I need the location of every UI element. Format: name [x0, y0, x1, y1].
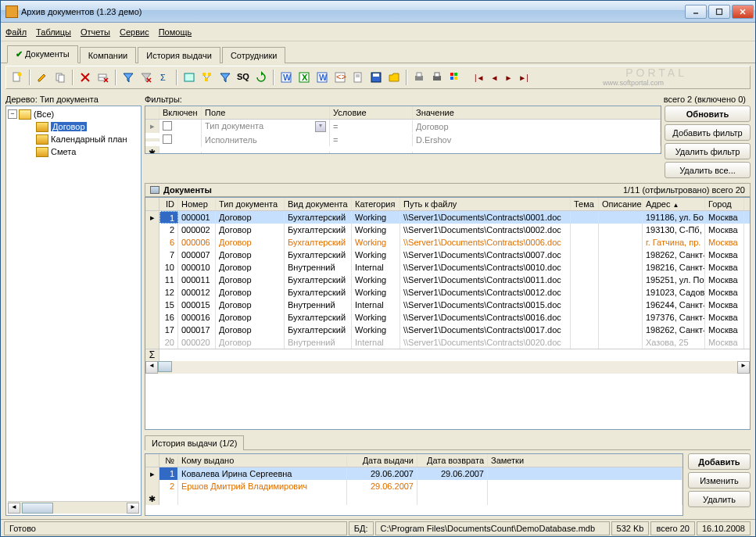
- table-row[interactable]: 15000015ДоговорВнутреннийInternal\\Serve…: [145, 299, 750, 311]
- doc-icon[interactable]: [350, 70, 366, 85]
- table-row[interactable]: 11000011ДоговорБухгалтерскийWorking\\Ser…: [145, 274, 750, 286]
- col-number[interactable]: Номер: [178, 198, 216, 210]
- filter-row[interactable]: Исполнитель = D.Ershov: [145, 133, 661, 146]
- col-address[interactable]: Адрес ▲: [643, 198, 705, 210]
- delete-all-button[interactable]: Удалить все...: [665, 162, 751, 178]
- print2-icon[interactable]: [429, 70, 445, 85]
- table-row[interactable]: 7000007ДоговорБухгалтерскийWorking\\Serv…: [145, 249, 750, 261]
- hcol-n[interactable]: №: [159, 454, 178, 467]
- tab-documents[interactable]: ✔Документы: [7, 45, 78, 63]
- history-edit-button[interactable]: Изменить: [688, 472, 751, 489]
- filter-row-new[interactable]: ✱: [145, 146, 661, 154]
- hcol-notes[interactable]: Заметки: [488, 454, 683, 467]
- titlebar: Архив документов (1.23 демо): [1, 1, 755, 23]
- hcol-returned[interactable]: Дата возврата: [417, 454, 488, 467]
- view-icon[interactable]: [181, 70, 197, 85]
- history-row[interactable]: 2Ершов Дмитрий Владимирович29.06.2007: [145, 480, 683, 492]
- table-row[interactable]: ▸1000001ДоговорБухгалтерскийWorking\\Ser…: [145, 211, 750, 224]
- new-icon[interactable]: [9, 70, 25, 85]
- table-row[interactable]: 6000006ДоговорБухгалтерскийWorking\\Serv…: [145, 236, 750, 249]
- nav-next-icon[interactable]: ►: [504, 73, 512, 82]
- menu-file[interactable]: Файл: [5, 27, 27, 37]
- filter-col-enabled[interactable]: Включен: [159, 106, 202, 119]
- menu-service[interactable]: Сервис: [120, 27, 149, 37]
- grid-footer: Σ: [145, 349, 750, 361]
- history-grid[interactable]: № Кому выдано Дата выдачи Дата возврата …: [145, 453, 683, 516]
- col-desc[interactable]: Описание: [599, 198, 643, 210]
- tree-root[interactable]: − (Все): [8, 108, 139, 120]
- col-path[interactable]: Путь к файлу: [400, 198, 571, 210]
- tab-employees[interactable]: Сотрудники: [222, 47, 286, 63]
- tree-hscroll[interactable]: ◄ ►: [8, 501, 139, 514]
- edit-icon[interactable]: [34, 70, 50, 85]
- history-delete-button[interactable]: Удалить: [688, 491, 751, 507]
- filter-col-cond[interactable]: Условие: [330, 106, 413, 119]
- col-kind[interactable]: Вид документа: [285, 198, 352, 210]
- filter-row[interactable]: ▸ Тип документа▾ = Договор: [145, 120, 661, 133]
- sigma-icon[interactable]: Σ: [156, 70, 172, 85]
- table-row[interactable]: 12000012ДоговорБухгалтерскийWorking\\Ser…: [145, 286, 750, 299]
- checkbox[interactable]: [163, 121, 172, 131]
- colors-icon[interactable]: [447, 70, 463, 85]
- delete-icon[interactable]: [77, 70, 93, 85]
- filter-col-field[interactable]: Поле: [202, 106, 330, 119]
- print-icon[interactable]: [411, 70, 427, 85]
- tree-item-dogovor[interactable]: Договор: [8, 120, 139, 133]
- close-button[interactable]: [732, 5, 754, 19]
- folder-icon: [36, 147, 48, 157]
- grid-hscroll[interactable]: ◄►: [145, 361, 750, 374]
- tree-collapse-icon[interactable]: −: [8, 109, 17, 119]
- table-row[interactable]: 10000010ДоговорВнутреннийInternal\\Serve…: [145, 261, 750, 274]
- html-icon[interactable]: <>: [332, 70, 348, 85]
- maximize-button[interactable]: [708, 5, 730, 19]
- tree-item-smeta[interactable]: Смета: [8, 145, 139, 158]
- delete-filter-button[interactable]: Удалить фильтр: [665, 143, 751, 159]
- subtab-history[interactable]: История выдачи (1/2): [145, 435, 244, 450]
- nav-last-icon[interactable]: ►|: [518, 73, 528, 82]
- tab-companies[interactable]: Компании: [80, 47, 137, 63]
- dropdown-icon[interactable]: ▾: [315, 121, 326, 132]
- nav-prev-icon[interactable]: ◄: [491, 73, 499, 82]
- save-icon[interactable]: [368, 70, 384, 85]
- table-row[interactable]: 2000002ДоговорБухгалтерскийWorking\\Serv…: [145, 224, 750, 236]
- table-row[interactable]: 17000017ДоговорБухгалтерскийWorking\\Ser…: [145, 324, 750, 336]
- table-row[interactable]: 20000020ДоговорВнутреннийInternal\\Serve…: [145, 336, 750, 349]
- col-id[interactable]: ID: [159, 198, 178, 210]
- excel-icon[interactable]: X: [296, 70, 312, 85]
- col-city[interactable]: Город: [705, 198, 744, 210]
- copy-icon[interactable]: [52, 70, 68, 85]
- folder-icon[interactable]: [386, 70, 402, 85]
- col-category[interactable]: Категория: [352, 198, 400, 210]
- tree[interactable]: − (Все) Договор Календарный план: [5, 106, 142, 516]
- refresh-icon[interactable]: [253, 70, 269, 85]
- filter-off-icon[interactable]: [138, 70, 154, 85]
- checkbox[interactable]: [163, 134, 172, 144]
- tree-icon[interactable]: [199, 70, 215, 85]
- history-add-button[interactable]: Добавить: [688, 453, 751, 470]
- minimize-button[interactable]: [685, 5, 707, 19]
- filter-col-value[interactable]: Значение: [413, 106, 661, 119]
- hcol-issued[interactable]: Дата выдачи: [347, 454, 417, 467]
- menu-reports[interactable]: Отчеты: [81, 27, 110, 37]
- documents-grid[interactable]: ID Номер Тип документа Вид документа Кат…: [145, 197, 751, 430]
- history-row[interactable]: ▸1Ковалева Ирина Сергеевна29.06.200729.0…: [145, 467, 683, 480]
- refresh-button[interactable]: Обновить: [665, 106, 751, 122]
- nav-first-icon[interactable]: |◄: [475, 73, 485, 82]
- col-type[interactable]: Тип документа: [216, 198, 285, 210]
- history-row-new[interactable]: ✱: [145, 492, 683, 505]
- hcol-who[interactable]: Кому выдано: [178, 454, 347, 467]
- word-icon[interactable]: W: [278, 70, 294, 85]
- tree-item-plan[interactable]: Календарный план: [8, 133, 139, 145]
- word2-icon[interactable]: W: [314, 70, 330, 85]
- filter-grid[interactable]: Включен Поле Условие Значение ▸ Тип доку…: [145, 106, 661, 154]
- col-tema[interactable]: Тема: [571, 198, 599, 210]
- sql-icon[interactable]: SQL: [235, 70, 251, 85]
- filter2-icon[interactable]: [217, 70, 233, 85]
- menu-tables[interactable]: Таблицы: [36, 27, 71, 37]
- tab-history[interactable]: История выдачи: [138, 47, 220, 63]
- menu-help[interactable]: Помощь: [159, 27, 192, 37]
- delete-table-icon[interactable]: [95, 70, 111, 85]
- filter-icon[interactable]: [120, 70, 136, 85]
- add-filter-button[interactable]: Добавить фильтр: [665, 124, 751, 141]
- table-row[interactable]: 16000016ДоговорБухгалтерскийWorking\\Ser…: [145, 311, 750, 324]
